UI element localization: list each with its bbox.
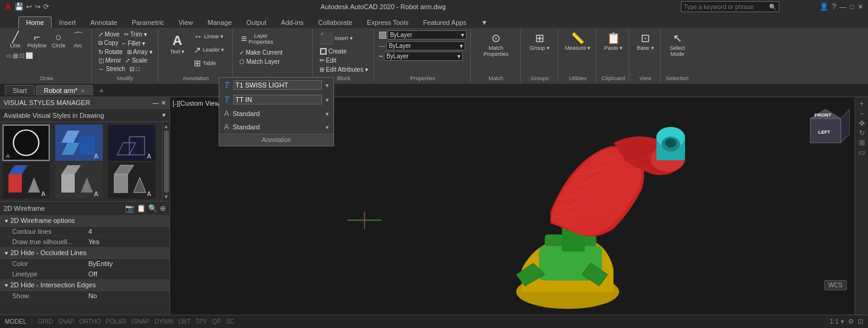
ribbon-tab-more[interactable]: ▼ — [474, 17, 495, 28]
vs-thumb-realistic[interactable]: A — [2, 162, 50, 199]
ribbon-tab-output[interactable]: Output — [239, 17, 274, 28]
vsp-collapse-icon[interactable]: ▾ — [162, 111, 166, 119]
vs-thumb-hidden[interactable]: A — [108, 125, 155, 161]
linetype-dropdown[interactable]: ByLayer ▾ — [386, 41, 465, 50]
edit-block-button[interactable]: ✏ Edit — [318, 56, 338, 64]
group-button[interactable]: ⊞ Group ▾ — [528, 30, 552, 52]
stretch-button[interactable]: ↔ Stretch — [97, 65, 127, 73]
status-model[interactable]: MODEL — [5, 318, 27, 325]
prop-section-toggle-3[interactable]: ▾ — [5, 282, 8, 289]
copy-button[interactable]: ⧉ Copy — [97, 39, 120, 47]
pan-icon[interactable]: ✥ — [859, 119, 865, 128]
zoom-in-icon[interactable]: + — [859, 100, 864, 108]
status-polar[interactable]: POLAR — [106, 318, 126, 325]
minimize-btn[interactable]: — — [839, 3, 846, 10]
vs-thumb-shaded-edges[interactable]: A — [108, 162, 155, 199]
orbit-icon[interactable]: ↻ — [859, 129, 865, 137]
workspace-icon[interactable]: ⚙ — [848, 318, 854, 326]
window-zoom-icon[interactable]: ▭ — [858, 148, 865, 157]
array-button[interactable]: ⊞ Array ▾ — [125, 48, 154, 56]
rotate-button[interactable]: ↻ Rotate — [97, 48, 125, 56]
lineweight-dropdown[interactable]: ByLayer ▾ — [384, 52, 463, 61]
paste-button[interactable]: 📋 Paste ▾ — [602, 30, 624, 52]
fillet-button[interactable]: ⌐ Fillet ▾ — [121, 39, 148, 47]
status-ortho[interactable]: ORTHO — [79, 318, 101, 325]
prop-section-intersection[interactable]: ▾ 2D Hide - Intersection Edges — [0, 279, 169, 291]
line-button[interactable]: ╱ Line — [6, 30, 24, 50]
tab-close-icon[interactable]: ✕ — [80, 87, 85, 94]
arc-button[interactable]: ⌒ Arc — [69, 30, 87, 50]
match-properties-button[interactable]: ⊙ MatchProperties — [482, 30, 510, 58]
edit-attributes-button[interactable]: ⊞ Edit Attributes ▾ — [318, 66, 370, 73]
status-snap[interactable]: SNAP — [58, 318, 74, 325]
vsp-close-btn[interactable]: ✕ — [161, 100, 166, 106]
table-button[interactable]: ⊞ Table — [192, 57, 227, 69]
circle-button[interactable]: ○ Circle — [50, 30, 68, 50]
tab-start[interactable]: Start — [5, 85, 35, 95]
dropdown-font-row[interactable]: T ▾ — [219, 78, 333, 92]
vsp-export-icon[interactable]: ⊕ — [160, 204, 166, 213]
polyline-button[interactable]: ⌐ Polyline — [26, 30, 49, 50]
status-qp[interactable]: QP — [212, 318, 220, 325]
scale-button[interactable]: ⤢ Scale — [123, 56, 149, 64]
font-input[interactable] — [233, 80, 322, 90]
vs-thumb-2d-wireframe[interactable]: A — [2, 125, 50, 161]
layer-properties-button[interactable]: ≡ LayerProperties — [238, 30, 277, 47]
status-tpy[interactable]: TPY — [196, 318, 207, 325]
help-icon[interactable]: ? — [832, 2, 836, 11]
tab-robot-arm[interactable]: Robot arm* ✕ — [36, 85, 93, 95]
status-dynin[interactable]: DYNIN — [154, 318, 173, 325]
move-button[interactable]: ⤢ Move — [97, 30, 121, 38]
prop-section-2d-wireframe[interactable]: ▾ 2D Wireframe options — [0, 215, 169, 227]
add-tab-button[interactable]: + — [94, 84, 109, 97]
vsp-minimize-btn[interactable]: — — [152, 100, 159, 106]
ribbon-tab-home[interactable]: Home — [18, 16, 52, 28]
mirror-button[interactable]: ◫ Mirror — [97, 56, 123, 64]
status-isnap[interactable]: ISNAP — [131, 318, 149, 325]
color-dropdown[interactable]: ByLayer ▾ — [388, 30, 466, 39]
status-grid[interactable]: GRID — [38, 318, 53, 325]
quick-access-toolbar[interactable]: 💾↩↪⟳ — [15, 2, 49, 11]
ribbon-tab-view[interactable]: View — [171, 17, 200, 28]
create-block-button[interactable]: 🔳 Create — [318, 47, 349, 55]
dropdown-standard1[interactable]: A Standard ▾ — [219, 107, 333, 120]
ribbon-tab-insert[interactable]: Insert — [52, 17, 83, 28]
ribbon-tab-express[interactable]: Express Tools — [360, 17, 415, 28]
vs-thumb-conceptual[interactable]: A — [55, 125, 103, 161]
leader-button[interactable]: ↗ Leader ▾ — [192, 44, 227, 56]
select-mode-button[interactable]: ↖ SelectMode — [666, 30, 688, 58]
vs-thumb-shaded[interactable]: A — [55, 162, 103, 199]
extents-icon[interactable]: ⊞ — [859, 138, 865, 147]
ribbon-tab-manage[interactable]: Manage — [200, 17, 239, 28]
status-lwt[interactable]: LWT — [178, 318, 190, 325]
ribbon-tab-addins[interactable]: Add-ins — [274, 17, 311, 28]
make-current-button[interactable]: ✓ Make Current — [238, 49, 284, 56]
vsp-edit-icon[interactable]: 📋 — [137, 204, 146, 213]
fullscreen-icon[interactable]: ⊡ — [858, 318, 863, 326]
scroll-thumb[interactable] — [164, 131, 169, 193]
ribbon-tab-parametric[interactable]: Parametric — [125, 17, 171, 28]
ribbon-tab-annotate[interactable]: Annotate — [83, 17, 125, 28]
prop-section-occluded[interactable]: ▾ 2D Hide - Occluded Lines — [0, 247, 169, 259]
user-icon[interactable]: 👤 — [819, 2, 829, 11]
zoom-out-icon[interactable]: − — [859, 109, 864, 118]
vsp-refresh-icon[interactable]: 🔍 — [148, 204, 157, 213]
scroll-down-icon[interactable]: ▼ — [163, 194, 169, 200]
dropdown-standard2[interactable]: A Standard ▾ — [219, 120, 333, 134]
insert-button[interactable]: ⬛ Insert ▾ — [318, 30, 355, 46]
search-bar[interactable]: 🔍 — [681, 1, 779, 12]
style-input[interactable] — [233, 95, 322, 104]
maximize-btn[interactable]: □ — [850, 3, 854, 10]
prop-section-toggle-2[interactable]: ▾ — [5, 250, 8, 256]
scroll-up-icon[interactable]: ▲ — [163, 123, 169, 129]
base-button[interactable]: ⊡ Base ▾ — [635, 30, 657, 52]
search-input[interactable] — [684, 4, 769, 10]
prop-section-toggle-1[interactable]: ▾ — [5, 217, 8, 224]
annotation-scale-icon[interactable]: 1:1 ▾ — [830, 318, 844, 326]
close-btn[interactable]: ✕ — [858, 3, 863, 11]
measure-button[interactable]: 📏 Measure ▾ — [563, 30, 593, 52]
navcube[interactable]: LEFT FRONT — [801, 103, 850, 152]
dimension-button[interactable]: ↔ Linear ▾ — [192, 30, 227, 43]
text-button[interactable]: A Text ▾ — [165, 30, 190, 57]
dropdown-style-row[interactable]: T ▾ — [219, 92, 333, 107]
